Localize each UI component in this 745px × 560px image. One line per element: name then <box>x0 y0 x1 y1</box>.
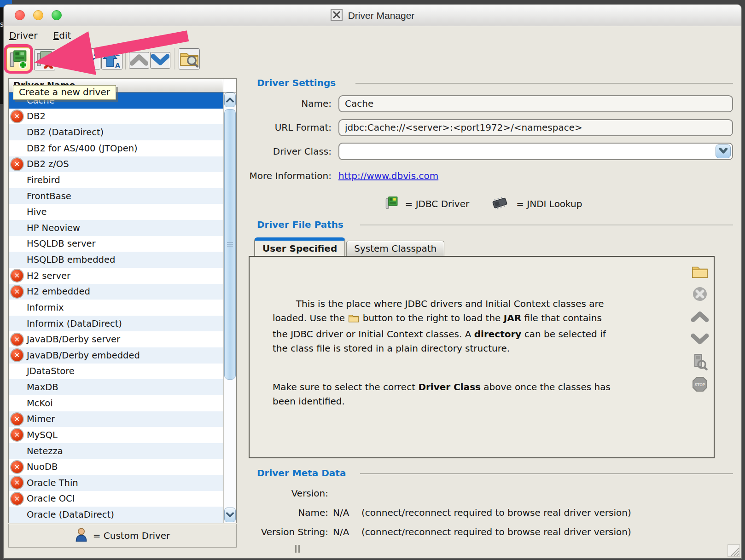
driver-list-item[interactable]: ✕ DB2 (DataDirect) <box>9 124 223 140</box>
driver-class-dropdown-button[interactable] <box>716 144 731 158</box>
sort-ascending-icon: Z A <box>102 48 122 70</box>
driver-error-icon: ✕ <box>11 349 23 361</box>
driver-name-label: DB2 <box>27 111 46 121</box>
driver-list-item[interactable]: ✕ H2 server <box>9 268 223 284</box>
driver-list-item[interactable]: ✕ MySQL <box>9 427 223 443</box>
move-up-button[interactable] <box>129 52 149 69</box>
find-driver-button[interactable] <box>179 48 200 69</box>
tab-user-specified[interactable]: User Specified <box>254 237 345 256</box>
scrollbar-grip <box>227 242 233 247</box>
driver-list-item[interactable]: ✕ DB2 for AS/400 (JTOpen) <box>9 140 223 156</box>
driver-list-item[interactable]: ✕ HP Neoview <box>9 220 223 236</box>
driver-name-label: JavaDB/Derby server <box>27 334 120 345</box>
meta-name-label: Name: <box>244 507 328 518</box>
driver-list-item[interactable]: ✕ Oracle OCI <box>9 491 223 507</box>
name-field[interactable] <box>338 95 733 112</box>
stop-scan-button[interactable]: STOP <box>691 376 709 393</box>
scroll-up-button[interactable] <box>224 92 236 107</box>
driver-class-combo[interactable] <box>338 143 733 160</box>
scroll-down-button[interactable] <box>224 508 236 522</box>
driver-list-item[interactable]: ✕ HSQLDB embedded <box>9 252 223 268</box>
window-resize-grip[interactable] <box>728 544 740 557</box>
move-down-button[interactable] <box>150 52 170 69</box>
driver-name-label: HSQLDB embedded <box>27 254 115 265</box>
svg-text:Z: Z <box>93 49 99 58</box>
driver-error-icon: ✕ <box>11 110 23 122</box>
scrollbar-thumb[interactable] <box>224 109 236 380</box>
menu-item-edit[interactable]: Edit <box>53 30 71 41</box>
driver-list-item[interactable]: ✕ Informix (DataDirect) <box>9 316 223 332</box>
driver-list-item[interactable]: ✕ DB2 z/OS <box>9 156 223 173</box>
toolbar-separator <box>174 48 175 69</box>
driver-name-label: Firebird <box>27 175 60 185</box>
driver-list-item[interactable]: ✕ JavaDB/Derby server <box>9 331 223 347</box>
driver-name-label: NuoDB <box>27 462 58 472</box>
driver-list-item[interactable]: ✕ MaxDB <box>9 379 223 395</box>
version-string-label: Version String: <box>244 526 328 537</box>
driver-list-item[interactable]: ✕ HSQLDB server <box>9 236 223 252</box>
driver-list-item[interactable]: ✕ McKoi <box>9 395 223 411</box>
driver-list-item[interactable]: ✕ FrontBase <box>9 188 223 204</box>
remove-driver-button[interactable] <box>34 49 55 70</box>
driver-name-label: DB2 z/OS <box>27 159 69 169</box>
dbvis-link[interactable]: http://www.dbvis.com <box>338 170 438 181</box>
driver-name-label: H2 embedded <box>27 286 90 297</box>
driver-name-label: MaxDB <box>27 382 58 393</box>
driver-name-label: Informix (DataDirect) <box>27 318 122 329</box>
driver-list-item[interactable]: ✕ Informix <box>9 300 223 316</box>
driver-list-item[interactable]: ✕ Netezza <box>9 443 223 459</box>
version-string-note: (connect/reconnect required to browse re… <box>361 526 631 537</box>
section-divider <box>360 225 733 225</box>
url-format-field[interactable] <box>338 119 733 136</box>
section-divider <box>355 83 733 84</box>
remove-path-button[interactable] <box>691 286 709 303</box>
url-format-label: URL Format: <box>244 122 332 133</box>
meta-name-note: (connect/reconnect required to browse re… <box>361 507 631 518</box>
driver-name-label: FrontBase <box>27 191 71 202</box>
meta-name-value: N/A <box>333 507 357 518</box>
driver-detail-panel: Driver Settings Name: URL Format: Driver… <box>244 5 741 558</box>
meta-row-version: Version: <box>244 488 733 499</box>
driver-list-item[interactable]: ✕ DB2 <box>9 109 223 125</box>
driver-error-icon: ✕ <box>11 493 23 505</box>
driver-list: ✕ Cache ✕ DB2 ✕ DB2 (DataDirect) ✕ DB2 f… <box>9 92 223 523</box>
stop-sign-icon: STOP <box>692 376 708 394</box>
driver-list-item[interactable]: ✕ NuoDB <box>9 459 223 475</box>
driver-list-item[interactable]: ✕ H2 embedded <box>9 284 223 300</box>
meta-row-name: Name: N/A (connect/reconnect required to… <box>244 507 733 518</box>
sort-descending-button[interactable]: Z <box>79 48 100 69</box>
open-folder-button[interactable] <box>691 263 709 281</box>
driver-list-item[interactable]: ✕ Oracle Thin <box>9 475 223 491</box>
custom-driver-legend-label: = Custom Driver <box>93 530 170 541</box>
driver-name-label: HSQLDB server <box>27 238 96 249</box>
driver-name-label: Oracle (DataDirect) <box>27 509 114 520</box>
sort-ascending-button[interactable]: Z A <box>101 48 122 69</box>
folder-search-icon <box>179 49 199 69</box>
chevron-up-icon <box>130 53 148 68</box>
tab-system-classpath[interactable]: System Classpath <box>346 241 444 256</box>
toolbar-separator <box>125 48 126 69</box>
driver-list-item[interactable]: ✕ Mimer <box>9 411 223 427</box>
driver-list-item[interactable]: ✕ Oracle (DataDirect) <box>9 507 223 523</box>
list-corner <box>223 79 236 92</box>
driver-name-label: Oracle Thin <box>27 478 78 488</box>
driver-list-item[interactable]: ✕ Firebird <box>9 172 223 188</box>
driver-list-item[interactable]: ✕ JavaDB/Derby embedded <box>9 347 223 364</box>
jndi-lookup-icon <box>490 196 510 213</box>
menu-item-driver[interactable]: Driver <box>9 30 38 41</box>
folder-icon <box>348 313 360 327</box>
file-paths-help-text: This is the place where JDBC drivers and… <box>273 283 655 437</box>
move-path-down-button[interactable] <box>691 331 709 348</box>
move-path-up-button[interactable] <box>691 308 709 326</box>
meta-row-version-string: Version String: N/A (connect/reconnect r… <box>244 526 733 537</box>
driver-list-item[interactable]: ✕ JDataStore <box>9 364 223 380</box>
annotation-highlight-box <box>4 44 33 74</box>
driver-error-icon: ✕ <box>11 158 23 170</box>
driver-error-icon: ✕ <box>11 429 23 441</box>
driver-list-item[interactable]: ✕ Hive <box>9 204 223 220</box>
list-scrollbar[interactable] <box>223 92 236 523</box>
version-label: Version: <box>244 488 328 499</box>
driver-class-field[interactable] <box>339 144 732 159</box>
find-driver-class-button[interactable] <box>691 353 709 371</box>
driver-list-panel: Driver Name ✕ Cache ✕ DB2 ✕ DB2 (DataDir… <box>8 78 237 523</box>
